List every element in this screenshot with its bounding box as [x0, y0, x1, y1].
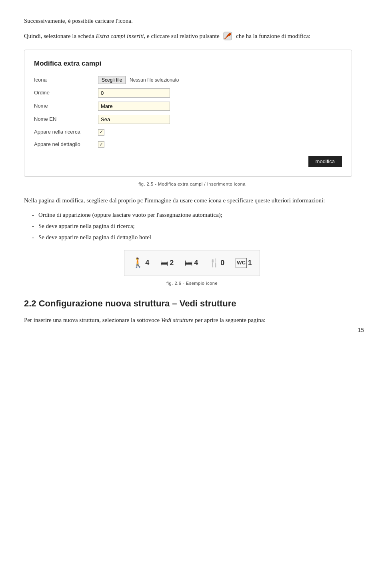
input-nome-en[interactable] [98, 115, 170, 124]
tool-icon [222, 30, 233, 42]
field-dettaglio: ✓ [98, 140, 342, 149]
file-name-text: Nessun file selezionato [130, 77, 179, 83]
person-count: 4 [145, 257, 149, 269]
field-ordine [98, 88, 342, 98]
bed-small-count: 2 [170, 257, 174, 269]
section-heading-2-2: 2.2 Configurazione nuova struttura – Ved… [24, 296, 360, 310]
bed-large-count: 4 [194, 257, 198, 269]
modifica-button[interactable]: modifica [308, 156, 342, 167]
icon-bed-small: 🛏 2 [160, 256, 174, 269]
icon-meal: 🍴 0 [209, 256, 224, 269]
bullet-item-2: Se deve apparire nella pagina di ricerca… [32, 221, 360, 231]
input-nome[interactable] [98, 102, 170, 111]
form-row-dettaglio: Appare nel dettaglio ✓ [34, 140, 342, 149]
description-paragraph: Nella pagina di modifica, scegliere dal … [24, 196, 360, 205]
page-number: 15 [358, 326, 364, 334]
label-nome-en: Nome EN [34, 115, 98, 124]
fig25-caption: fig. 2.5 - Modifica extra campi / Inseri… [24, 181, 360, 188]
form-title: Modifica extra campi [34, 58, 342, 69]
field-nome-en [98, 115, 342, 124]
wc-icon: WC [236, 258, 247, 268]
form-row-nome: Nome [34, 102, 342, 111]
form-row-ordine: Ordine [34, 88, 342, 98]
label-ordine: Ordine [34, 89, 98, 97]
paragraph-2: Quindi, selezionare la scheda Extra camp… [24, 31, 360, 42]
bed-large-icon: 🛏 [185, 256, 193, 269]
fig26-caption: fig. 2.6 - Esempio icone [24, 280, 360, 287]
bullet-item-3: Se deve apparire nella pagina di dettagl… [32, 232, 360, 242]
closing-paragraph: Per inserire una nuova struttura, selezi… [24, 315, 360, 325]
field-nome [98, 102, 342, 111]
bullet-list: Ordine di apparizione (oppure lasciare v… [32, 210, 360, 242]
checkbox-ricerca[interactable]: ✓ [98, 129, 104, 136]
svg-point-1 [229, 33, 231, 35]
icon-bed-large: 🛏 4 [185, 256, 198, 269]
label-nome: Nome [34, 102, 98, 110]
form-row-ricerca: Appare nella ricerca ✓ [34, 128, 342, 136]
bullet-item-1: Ordine di apparizione (oppure lasciare v… [32, 210, 360, 220]
form-row-nome-en: Nome EN [34, 115, 342, 124]
field-icona: Scegli file Nessun file selezionato [98, 76, 342, 84]
label-icona: Icona [34, 76, 98, 84]
icons-example-figure: 🚶 4 🛏 2 🛏 4 🍴 0 WC 1 [124, 250, 260, 276]
input-ordine[interactable] [98, 88, 170, 98]
checkbox-dettaglio[interactable]: ✓ [98, 141, 104, 148]
form-row-icona: Icona Scegli file Nessun file selezionat… [34, 76, 342, 84]
file-choose-button[interactable]: Scegli file [98, 76, 126, 84]
bed-small-icon: 🛏 [160, 256, 168, 269]
svg-line-2 [225, 38, 226, 39]
label-ricerca: Appare nella ricerca [34, 128, 98, 136]
meal-icon: 🍴 [209, 256, 219, 269]
icon-wc: WC 1 [236, 257, 252, 269]
icon-person: 🚶 4 [132, 255, 149, 270]
meal-count: 0 [220, 257, 224, 269]
wc-count: 1 [248, 257, 252, 269]
form-modifica-extra-campi: Modifica extra campi Icona Scegli file N… [24, 50, 352, 177]
paragraph-1: Successivamente, è possibile caricare l'… [24, 16, 360, 26]
person-icon: 🚶 [132, 255, 144, 270]
label-dettaglio: Appare nel dettaglio [34, 140, 98, 149]
field-ricerca: ✓ [98, 128, 342, 136]
